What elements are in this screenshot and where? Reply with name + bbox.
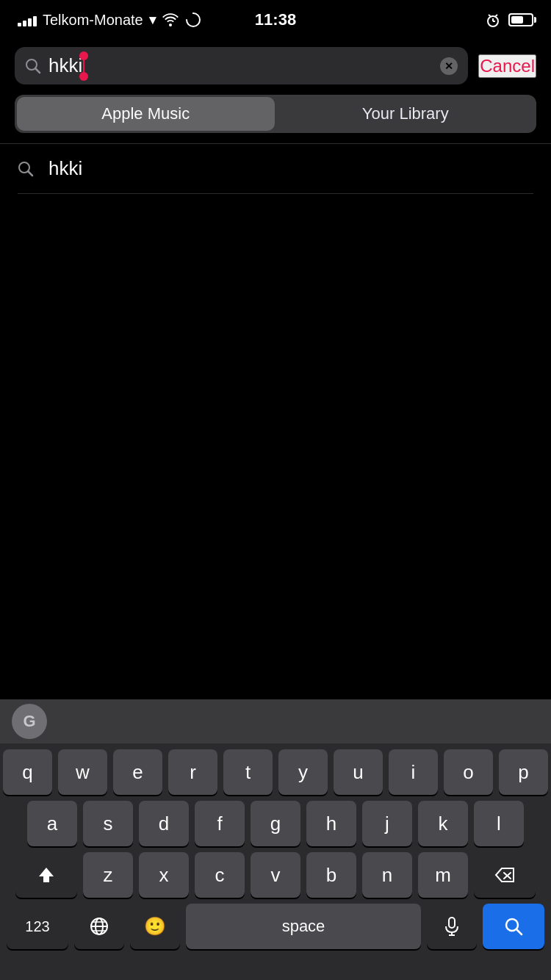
status-right <box>485 12 533 28</box>
mic-icon <box>444 917 460 936</box>
svg-line-7 <box>35 68 40 73</box>
key-v[interactable]: v <box>251 852 300 898</box>
key-c[interactable]: c <box>195 852 245 898</box>
svg-line-5 <box>496 15 498 16</box>
shift-key[interactable] <box>15 852 77 898</box>
wifi-icon: ▾︎ <box>149 12 156 28</box>
alarm-icon <box>485 12 501 28</box>
backspace-key[interactable] <box>474 852 536 898</box>
shift-icon <box>36 865 57 885</box>
carrier-label: Telkom-Monate <box>43 12 143 29</box>
key-rows: q w e r t y u i o p a s d f g h j k l <box>0 743 551 958</box>
key-row-2: a s d f g h j k l <box>0 801 551 846</box>
key-row-3: z x c v b n m <box>0 852 551 898</box>
activity-icon <box>185 12 201 28</box>
key-l[interactable]: l <box>474 801 524 846</box>
cancel-button[interactable]: Cancel <box>478 54 536 78</box>
content-area <box>0 194 551 502</box>
globe-key[interactable] <box>74 904 124 949</box>
tab-apple-music[interactable]: Apple Music <box>17 97 275 131</box>
key-b[interactable]: b <box>306 852 356 898</box>
key-row-1: q w e r t y u i o p <box>0 749 551 795</box>
svg-rect-17 <box>449 918 455 928</box>
key-w[interactable]: w <box>58 749 107 795</box>
text-cursor <box>83 57 84 76</box>
home-indicator <box>0 958 551 980</box>
search-input-wrapper[interactable]: hkki ✕ <box>15 47 468 84</box>
key-t[interactable]: t <box>223 749 273 795</box>
key-j[interactable]: j <box>362 801 412 846</box>
key-a[interactable]: a <box>27 801 77 846</box>
key-o[interactable]: o <box>444 749 493 795</box>
key-x[interactable]: x <box>139 852 189 898</box>
segment-control: Apple Music Your Library <box>15 95 536 133</box>
search-key[interactable] <box>483 904 544 949</box>
search-submit-icon <box>504 917 523 936</box>
clear-button[interactable]: ✕ <box>440 57 458 75</box>
tab-your-library[interactable]: Your Library <box>277 97 535 131</box>
suggestion-row[interactable]: hkki <box>0 144 551 193</box>
svg-point-0 <box>187 13 200 26</box>
key-z[interactable]: z <box>83 852 133 898</box>
key-u[interactable]: u <box>334 749 383 795</box>
key-i[interactable]: i <box>389 749 438 795</box>
svg-line-21 <box>516 929 522 934</box>
key-q[interactable]: q <box>3 749 52 795</box>
key-y[interactable]: y <box>278 749 328 795</box>
battery-icon <box>508 13 533 26</box>
key-n[interactable]: n <box>362 852 412 898</box>
time-label: 11:38 <box>255 10 296 29</box>
suggestion-text: hkki <box>48 157 82 180</box>
status-bar: Telkom-Monate ▾︎ 11:38 <box>0 0 551 40</box>
backspace-icon <box>494 867 515 883</box>
key-s[interactable]: s <box>83 801 133 846</box>
wifi-icon <box>162 13 179 26</box>
suggestion-search-icon <box>18 161 34 177</box>
search-icon <box>25 58 41 74</box>
numbers-key[interactable]: 123 <box>7 904 68 949</box>
svg-line-4 <box>489 15 491 16</box>
globe-icon <box>89 916 109 937</box>
space-key[interactable]: space <box>186 904 421 949</box>
key-e[interactable]: e <box>113 749 162 795</box>
mic-key[interactable] <box>427 904 477 949</box>
svg-line-9 <box>28 171 32 176</box>
search-bar-container: hkki ✕ Cancel <box>0 40 551 92</box>
search-input[interactable]: hkki <box>48 54 433 77</box>
key-m[interactable]: m <box>418 852 468 898</box>
clear-icon: ✕ <box>444 61 453 71</box>
keyboard-area: G q w e r t y u i o p a s d f g h j k l <box>0 699 551 980</box>
key-row-4: 123 🙂 space <box>0 904 551 949</box>
emoji-key[interactable]: 🙂 <box>130 904 180 949</box>
key-g[interactable]: g <box>251 801 300 846</box>
gboard-avatar: G <box>12 704 47 739</box>
key-d[interactable]: d <box>139 801 189 846</box>
key-k[interactable]: k <box>418 801 468 846</box>
key-p[interactable]: p <box>499 749 548 795</box>
key-f[interactable]: f <box>195 801 245 846</box>
status-left: Telkom-Monate ▾︎ <box>18 12 201 29</box>
key-h[interactable]: h <box>306 801 356 846</box>
gboard-row: G <box>0 699 551 743</box>
signal-icon <box>18 13 37 26</box>
key-r[interactable]: r <box>168 749 217 795</box>
